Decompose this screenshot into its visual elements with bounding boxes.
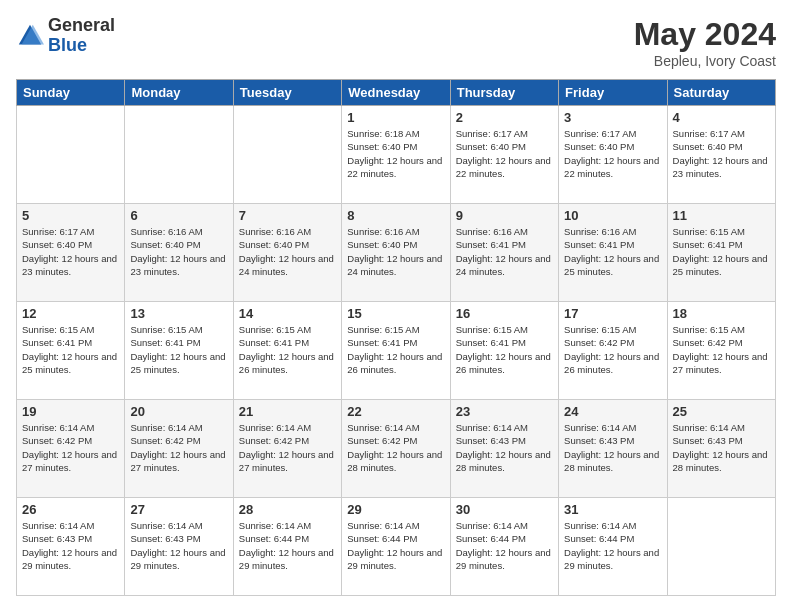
calendar-cell — [667, 498, 775, 596]
col-wednesday: Wednesday — [342, 80, 450, 106]
calendar-cell: 24Sunrise: 6:14 AM Sunset: 6:43 PM Dayli… — [559, 400, 667, 498]
day-number: 5 — [22, 208, 119, 223]
month-title: May 2024 — [634, 16, 776, 53]
day-number: 21 — [239, 404, 336, 419]
col-sunday: Sunday — [17, 80, 125, 106]
day-number: 16 — [456, 306, 553, 321]
day-number: 22 — [347, 404, 444, 419]
calendar-cell: 12Sunrise: 6:15 AM Sunset: 6:41 PM Dayli… — [17, 302, 125, 400]
day-info: Sunrise: 6:14 AM Sunset: 6:44 PM Dayligh… — [564, 519, 661, 572]
day-number: 9 — [456, 208, 553, 223]
day-info: Sunrise: 6:15 AM Sunset: 6:42 PM Dayligh… — [673, 323, 770, 376]
day-info: Sunrise: 6:16 AM Sunset: 6:40 PM Dayligh… — [347, 225, 444, 278]
calendar-cell: 25Sunrise: 6:14 AM Sunset: 6:43 PM Dayli… — [667, 400, 775, 498]
day-number: 31 — [564, 502, 661, 517]
day-info: Sunrise: 6:16 AM Sunset: 6:40 PM Dayligh… — [130, 225, 227, 278]
calendar-cell: 8Sunrise: 6:16 AM Sunset: 6:40 PM Daylig… — [342, 204, 450, 302]
day-info: Sunrise: 6:14 AM Sunset: 6:44 PM Dayligh… — [239, 519, 336, 572]
calendar-week-2: 12Sunrise: 6:15 AM Sunset: 6:41 PM Dayli… — [17, 302, 776, 400]
day-info: Sunrise: 6:18 AM Sunset: 6:40 PM Dayligh… — [347, 127, 444, 180]
day-number: 25 — [673, 404, 770, 419]
day-info: Sunrise: 6:14 AM Sunset: 6:44 PM Dayligh… — [456, 519, 553, 572]
calendar-header-row: Sunday Monday Tuesday Wednesday Thursday… — [17, 80, 776, 106]
day-number: 11 — [673, 208, 770, 223]
calendar-cell: 5Sunrise: 6:17 AM Sunset: 6:40 PM Daylig… — [17, 204, 125, 302]
calendar-cell — [17, 106, 125, 204]
day-info: Sunrise: 6:15 AM Sunset: 6:42 PM Dayligh… — [564, 323, 661, 376]
day-info: Sunrise: 6:17 AM Sunset: 6:40 PM Dayligh… — [22, 225, 119, 278]
day-number: 27 — [130, 502, 227, 517]
calendar-cell: 17Sunrise: 6:15 AM Sunset: 6:42 PM Dayli… — [559, 302, 667, 400]
day-number: 4 — [673, 110, 770, 125]
day-number: 14 — [239, 306, 336, 321]
day-number: 6 — [130, 208, 227, 223]
day-number: 18 — [673, 306, 770, 321]
calendar-cell: 11Sunrise: 6:15 AM Sunset: 6:41 PM Dayli… — [667, 204, 775, 302]
calendar-table: Sunday Monday Tuesday Wednesday Thursday… — [16, 79, 776, 596]
calendar-week-0: 1Sunrise: 6:18 AM Sunset: 6:40 PM Daylig… — [17, 106, 776, 204]
day-info: Sunrise: 6:16 AM Sunset: 6:40 PM Dayligh… — [239, 225, 336, 278]
calendar-cell — [125, 106, 233, 204]
calendar-cell: 1Sunrise: 6:18 AM Sunset: 6:40 PM Daylig… — [342, 106, 450, 204]
calendar-cell: 26Sunrise: 6:14 AM Sunset: 6:43 PM Dayli… — [17, 498, 125, 596]
calendar-cell: 30Sunrise: 6:14 AM Sunset: 6:44 PM Dayli… — [450, 498, 558, 596]
day-info: Sunrise: 6:15 AM Sunset: 6:41 PM Dayligh… — [347, 323, 444, 376]
logo: General Blue — [16, 16, 115, 56]
day-number: 28 — [239, 502, 336, 517]
day-info: Sunrise: 6:14 AM Sunset: 6:43 PM Dayligh… — [130, 519, 227, 572]
logo-icon — [16, 22, 44, 50]
header: General Blue May 2024 Bepleu, Ivory Coas… — [16, 16, 776, 69]
col-saturday: Saturday — [667, 80, 775, 106]
day-info: Sunrise: 6:16 AM Sunset: 6:41 PM Dayligh… — [456, 225, 553, 278]
day-info: Sunrise: 6:17 AM Sunset: 6:40 PM Dayligh… — [456, 127, 553, 180]
calendar-cell: 10Sunrise: 6:16 AM Sunset: 6:41 PM Dayli… — [559, 204, 667, 302]
calendar-cell: 31Sunrise: 6:14 AM Sunset: 6:44 PM Dayli… — [559, 498, 667, 596]
calendar-cell: 15Sunrise: 6:15 AM Sunset: 6:41 PM Dayli… — [342, 302, 450, 400]
day-info: Sunrise: 6:15 AM Sunset: 6:41 PM Dayligh… — [130, 323, 227, 376]
calendar-week-1: 5Sunrise: 6:17 AM Sunset: 6:40 PM Daylig… — [17, 204, 776, 302]
day-number: 17 — [564, 306, 661, 321]
day-number: 10 — [564, 208, 661, 223]
day-number: 29 — [347, 502, 444, 517]
calendar-cell: 3Sunrise: 6:17 AM Sunset: 6:40 PM Daylig… — [559, 106, 667, 204]
calendar-cell: 19Sunrise: 6:14 AM Sunset: 6:42 PM Dayli… — [17, 400, 125, 498]
calendar-cell: 14Sunrise: 6:15 AM Sunset: 6:41 PM Dayli… — [233, 302, 341, 400]
col-thursday: Thursday — [450, 80, 558, 106]
calendar-cell: 7Sunrise: 6:16 AM Sunset: 6:40 PM Daylig… — [233, 204, 341, 302]
calendar-cell: 2Sunrise: 6:17 AM Sunset: 6:40 PM Daylig… — [450, 106, 558, 204]
calendar-cell: 9Sunrise: 6:16 AM Sunset: 6:41 PM Daylig… — [450, 204, 558, 302]
calendar-cell: 27Sunrise: 6:14 AM Sunset: 6:43 PM Dayli… — [125, 498, 233, 596]
day-info: Sunrise: 6:14 AM Sunset: 6:42 PM Dayligh… — [347, 421, 444, 474]
day-info: Sunrise: 6:14 AM Sunset: 6:43 PM Dayligh… — [564, 421, 661, 474]
calendar-cell: 13Sunrise: 6:15 AM Sunset: 6:41 PM Dayli… — [125, 302, 233, 400]
day-info: Sunrise: 6:14 AM Sunset: 6:43 PM Dayligh… — [456, 421, 553, 474]
day-info: Sunrise: 6:14 AM Sunset: 6:43 PM Dayligh… — [22, 519, 119, 572]
day-info: Sunrise: 6:15 AM Sunset: 6:41 PM Dayligh… — [673, 225, 770, 278]
day-number: 2 — [456, 110, 553, 125]
day-number: 15 — [347, 306, 444, 321]
day-number: 30 — [456, 502, 553, 517]
day-number: 24 — [564, 404, 661, 419]
day-number: 12 — [22, 306, 119, 321]
logo-general: General — [48, 15, 115, 35]
day-number: 19 — [22, 404, 119, 419]
calendar-cell: 22Sunrise: 6:14 AM Sunset: 6:42 PM Dayli… — [342, 400, 450, 498]
day-number: 1 — [347, 110, 444, 125]
day-info: Sunrise: 6:14 AM Sunset: 6:42 PM Dayligh… — [239, 421, 336, 474]
day-number: 20 — [130, 404, 227, 419]
calendar-cell: 6Sunrise: 6:16 AM Sunset: 6:40 PM Daylig… — [125, 204, 233, 302]
calendar-week-4: 26Sunrise: 6:14 AM Sunset: 6:43 PM Dayli… — [17, 498, 776, 596]
calendar-cell: 23Sunrise: 6:14 AM Sunset: 6:43 PM Dayli… — [450, 400, 558, 498]
calendar-cell: 18Sunrise: 6:15 AM Sunset: 6:42 PM Dayli… — [667, 302, 775, 400]
day-number: 3 — [564, 110, 661, 125]
day-number: 7 — [239, 208, 336, 223]
calendar-cell: 21Sunrise: 6:14 AM Sunset: 6:42 PM Dayli… — [233, 400, 341, 498]
calendar-cell: 28Sunrise: 6:14 AM Sunset: 6:44 PM Dayli… — [233, 498, 341, 596]
calendar-week-3: 19Sunrise: 6:14 AM Sunset: 6:42 PM Dayli… — [17, 400, 776, 498]
day-number: 26 — [22, 502, 119, 517]
day-number: 8 — [347, 208, 444, 223]
col-monday: Monday — [125, 80, 233, 106]
location: Bepleu, Ivory Coast — [634, 53, 776, 69]
title-block: May 2024 Bepleu, Ivory Coast — [634, 16, 776, 69]
day-info: Sunrise: 6:14 AM Sunset: 6:42 PM Dayligh… — [22, 421, 119, 474]
